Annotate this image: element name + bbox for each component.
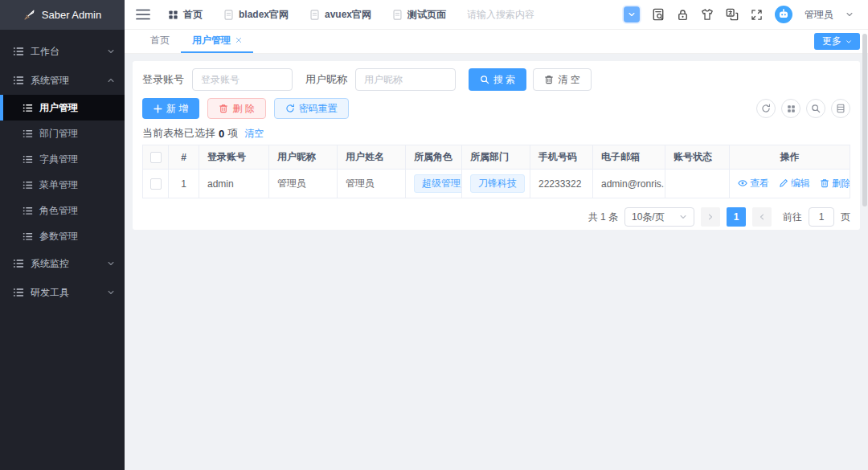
sidebar-item-workbench[interactable]: 工作台 — [0, 37, 125, 66]
sidebar-item-label: 字典管理 — [39, 153, 115, 166]
hamburger-icon[interactable] — [136, 9, 150, 20]
sidebar-item-label: 工作台 — [31, 45, 107, 59]
user-mgmt-card: 登录账号 用户昵称 搜 索 清 空 — [133, 61, 860, 230]
chevron-right-icon — [758, 213, 766, 221]
nickname-input[interactable] — [355, 68, 456, 91]
col-actions: 操作 — [730, 145, 850, 170]
view-link[interactable]: 查看 — [738, 177, 769, 190]
more-label: 更多 — [822, 35, 841, 48]
language-icon[interactable] — [726, 8, 739, 21]
username-label[interactable]: 管理员 — [805, 8, 833, 22]
chevron-down-icon — [107, 288, 115, 296]
theme-shirt-icon[interactable] — [701, 8, 714, 21]
selection-text: 当前表格已选择 — [142, 126, 215, 141]
list-icon — [23, 206, 33, 216]
chevron-down-icon — [107, 260, 115, 268]
list-icon — [23, 154, 33, 165]
scrollbar[interactable] — [862, 34, 867, 206]
dept-tag: 刀锋科技 — [470, 174, 525, 193]
select-all-checkbox[interactable] — [150, 152, 162, 163]
account-label: 登录账号 — [142, 72, 184, 87]
edit-link[interactable]: 编辑 — [779, 177, 810, 190]
sidebar-item-devtools[interactable]: 研发工具 — [0, 278, 125, 307]
col-account: 登录账号 — [199, 145, 269, 170]
refresh-icon[interactable] — [756, 99, 776, 118]
add-button-label: 新 增 — [166, 102, 188, 116]
sidebar-item-system[interactable]: 系统管理 — [0, 66, 125, 95]
sidebar-item-monitor[interactable]: 系统监控 — [0, 249, 125, 278]
table-view-icon[interactable] — [831, 99, 850, 118]
list-icon — [13, 75, 24, 86]
column-settings-icon[interactable] — [781, 99, 800, 118]
cell-index: 1 — [169, 170, 199, 198]
account-input[interactable] — [192, 68, 293, 91]
delete-button[interactable]: 删 除 — [207, 98, 265, 119]
user-table: # 登录账号 用户昵称 用户姓名 所属角色 所属部门 手机号码 电子邮箱 账号状… — [142, 145, 850, 198]
sidebar-item-label: 角色管理 — [39, 204, 115, 218]
chevron-down-icon — [679, 213, 687, 221]
reset-password-button[interactable]: 密码重置 — [274, 98, 349, 119]
document-icon — [392, 10, 403, 20]
role-tag: 超级管理员 — [414, 174, 462, 193]
sidebar-item-menu-mgmt[interactable]: 菜单管理 — [0, 172, 125, 198]
search-button[interactable]: 搜 索 — [469, 68, 526, 91]
top-search-input[interactable] — [467, 9, 571, 20]
more-button[interactable]: 更多 — [814, 33, 860, 50]
trash-icon — [820, 178, 829, 188]
sidebar-item-user-mgmt[interactable]: 用户管理 — [0, 95, 125, 121]
page-size-value: 10条/页 — [632, 210, 665, 224]
chevron-up-icon — [107, 76, 115, 84]
cell-name: 管理员 — [338, 170, 406, 198]
col-nickname: 用户昵称 — [269, 145, 338, 170]
view-label: 查看 — [750, 177, 769, 190]
clear-button[interactable]: 清 空 — [533, 68, 591, 91]
row-checkbox[interactable] — [150, 178, 162, 190]
col-email: 电子邮箱 — [593, 145, 665, 170]
tab-label: 首页 — [150, 34, 170, 47]
sidebar-item-param-mgmt[interactable]: 参数管理 — [0, 223, 125, 249]
page-size-select[interactable]: 10条/页 — [624, 207, 694, 227]
chevron-left-icon — [706, 213, 714, 221]
top-nav-bladex[interactable]: bladex官网 — [223, 8, 289, 22]
fullscreen-icon[interactable] — [751, 9, 763, 21]
list-icon — [13, 287, 24, 298]
search-icon — [480, 75, 489, 84]
col-name: 用户姓名 — [338, 145, 406, 170]
page-number-1[interactable]: 1 — [727, 207, 746, 227]
top-menu-toggle-icon[interactable] — [624, 6, 640, 22]
pagination: 共 1 条 10条/页 1 前往 页 — [142, 207, 850, 227]
debug-log-icon[interactable] — [652, 8, 665, 21]
chevron-down-icon[interactable] — [845, 10, 854, 18]
filter-form: 登录账号 用户昵称 搜 索 清 空 — [142, 68, 850, 91]
close-icon[interactable] — [235, 37, 242, 43]
app-title: Saber Admin — [42, 9, 101, 21]
next-page-button[interactable] — [752, 207, 772, 227]
tabbar: 首页 用户管理 更多 — [125, 30, 868, 54]
edit-label: 编辑 — [791, 177, 810, 190]
document-icon — [223, 10, 234, 20]
sidebar-item-role-mgmt[interactable]: 角色管理 — [0, 198, 125, 223]
tab-user-mgmt[interactable]: 用户管理 — [181, 29, 253, 53]
lock-screen-icon[interactable] — [677, 9, 689, 21]
sidebar-item-dept-mgmt[interactable]: 部门管理 — [0, 121, 125, 146]
tab-home[interactable]: 首页 — [139, 29, 181, 53]
table-row: 1 admin 管理员 管理员 超级管理员 刀锋科技 22233322 admi… — [143, 170, 850, 198]
prev-page-button[interactable] — [701, 207, 720, 227]
top-nav-label: 首页 — [183, 8, 203, 22]
top-nav-test[interactable]: 测试页面 — [392, 8, 446, 22]
cell-account: admin — [199, 170, 269, 198]
add-button[interactable]: 新 增 — [142, 98, 199, 119]
search-toggle-icon[interactable] — [806, 99, 825, 118]
list-icon — [23, 129, 33, 139]
delete-link[interactable]: 删除 — [820, 177, 850, 190]
cell-email: admin@ronris... — [593, 170, 665, 198]
sidebar-item-dict-mgmt[interactable]: 字典管理 — [0, 146, 125, 172]
top-nav-avuex[interactable]: avuex官网 — [309, 8, 371, 22]
sidebar-item-label: 部门管理 — [39, 127, 115, 141]
top-nav-home[interactable]: 首页 — [168, 8, 203, 22]
selection-clear-link[interactable]: 清空 — [244, 127, 264, 141]
trash-icon — [219, 104, 228, 113]
goto-page-input[interactable] — [809, 207, 834, 227]
user-avatar[interactable] — [775, 6, 792, 23]
col-role: 所属角色 — [406, 145, 462, 170]
